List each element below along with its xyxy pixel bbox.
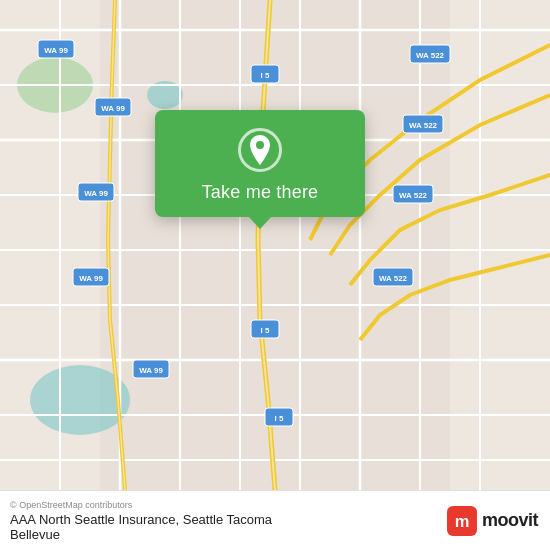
svg-point-47 [256,141,264,149]
moovit-brand-icon: m [447,506,477,536]
svg-text:WA 99: WA 99 [101,104,125,113]
popup-button-label: Take me there [202,182,319,203]
svg-text:WA 99: WA 99 [139,366,163,375]
place-name: AAA North Seattle Insurance, Seattle Tac… [10,512,272,542]
svg-text:WA 99: WA 99 [44,46,68,55]
svg-text:I 5: I 5 [275,414,284,423]
map-svg: WA 99 WA 99 WA 99 WA 99 WA 99 I 5 I 5 I … [0,0,550,490]
bottom-text-group: © OpenStreetMap contributors AAA North S… [10,500,272,542]
svg-text:WA 522: WA 522 [416,51,445,60]
moovit-logo: m moovit [447,506,538,536]
svg-rect-2 [450,0,550,490]
map-container: WA 99 WA 99 WA 99 WA 99 WA 99 I 5 I 5 I … [0,0,550,490]
location-pin-icon [247,135,273,165]
svg-text:I 5: I 5 [261,71,270,80]
popup-card[interactable]: Take me there [155,110,365,217]
svg-text:I 5: I 5 [261,326,270,335]
svg-text:m: m [455,512,470,530]
svg-text:WA 99: WA 99 [79,274,103,283]
svg-text:WA 522: WA 522 [409,121,438,130]
bottom-bar: © OpenStreetMap contributors AAA North S… [0,490,550,550]
svg-text:WA 99: WA 99 [84,189,108,198]
place-name-sub: Bellevue [10,527,60,542]
svg-text:WA 522: WA 522 [379,274,408,283]
moovit-label: moovit [482,510,538,531]
svg-text:WA 522: WA 522 [399,191,428,200]
location-icon-wrap [238,128,282,172]
copyright-text: © OpenStreetMap contributors [10,500,272,510]
place-name-main: AAA North Seattle Insurance, Seattle Tac… [10,512,272,527]
